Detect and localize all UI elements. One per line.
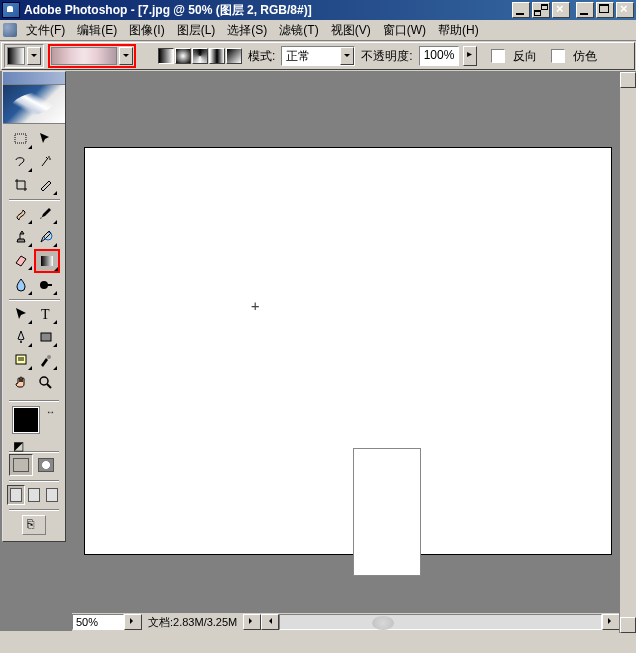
standard-mode-button[interactable]: [9, 454, 33, 476]
svg-point-5: [20, 341, 22, 343]
svg-rect-1: [41, 256, 53, 266]
menu-image[interactable]: 图像(I): [123, 20, 170, 41]
app-window-controls: [574, 2, 634, 18]
document-window-controls: [510, 2, 570, 18]
quickmask-mode-button[interactable]: [34, 454, 58, 476]
menu-window[interactable]: 窗口(W): [377, 20, 432, 41]
menu-edit[interactable]: 编辑(E): [71, 20, 123, 41]
swap-colors-icon[interactable]: ↔: [46, 407, 55, 417]
doc-info-menu-button[interactable]: [243, 614, 261, 630]
workspace: T ↔ ◩: [0, 71, 636, 631]
tool-preset-icon[interactable]: [7, 47, 25, 65]
scroll-left-button[interactable]: [261, 614, 279, 630]
toolbox-titlebar[interactable]: [3, 72, 65, 85]
tool-preset-dropdown[interactable]: [27, 47, 41, 65]
doc-close-button[interactable]: [552, 2, 570, 18]
blur-tool[interactable]: [9, 274, 33, 296]
jump-to-imageready-button[interactable]: [22, 515, 46, 535]
toolbox-logo: [3, 85, 65, 124]
doc-info-label: 文档:2.83M/3.25M: [142, 615, 243, 630]
fullscreen-menu-button[interactable]: [25, 485, 43, 505]
doc-minimize-button[interactable]: [512, 2, 530, 18]
title-bar: Adobe Photoshop - [7.jpg @ 50% (图层 2, RG…: [0, 0, 636, 20]
opacity-label: 不透明度:: [361, 48, 412, 65]
blend-mode-combo[interactable]: 正常: [281, 46, 355, 66]
blend-mode-value: 正常: [282, 48, 340, 65]
magic-wand-tool[interactable]: [34, 151, 58, 173]
dither-checkbox[interactable]: [551, 49, 565, 63]
marquee-tool[interactable]: [9, 128, 33, 150]
edit-mode-group: [3, 452, 65, 478]
standard-screen-button[interactable]: [7, 485, 25, 505]
toolbox: T ↔ ◩: [2, 71, 66, 542]
window-title: Adobe Photoshop - [7.jpg @ 50% (图层 2, RG…: [24, 2, 312, 19]
reflected-gradient-button[interactable]: [209, 48, 225, 64]
clone-stamp-tool[interactable]: [9, 226, 33, 248]
scroll-right-button[interactable]: [602, 614, 620, 630]
svg-point-11: [40, 377, 48, 385]
canvas[interactable]: +: [84, 147, 612, 555]
menu-help[interactable]: 帮助(H): [432, 20, 485, 41]
dodge-tool[interactable]: [34, 274, 58, 296]
eyedropper-tool[interactable]: [34, 349, 58, 371]
path-selection-tool[interactable]: [9, 303, 33, 325]
fullscreen-button[interactable]: [43, 485, 61, 505]
slice-tool[interactable]: [34, 174, 58, 196]
app-scroll-up[interactable]: [620, 72, 636, 88]
shape-tool[interactable]: [34, 326, 58, 348]
doc-restore-button[interactable]: [532, 2, 550, 18]
angle-gradient-button[interactable]: [192, 48, 208, 64]
history-brush-tool[interactable]: [34, 226, 58, 248]
opacity-slider-button[interactable]: [463, 46, 477, 66]
foreground-color[interactable]: [13, 407, 39, 433]
gradient-dropdown[interactable]: [119, 47, 133, 65]
gradient-preview[interactable]: [51, 47, 117, 65]
horizontal-scrollbar[interactable]: [279, 614, 602, 630]
photoshop-icon: [3, 23, 17, 37]
cursor-crosshair: +: [251, 298, 259, 314]
zoom-tool[interactable]: [34, 372, 58, 394]
linear-gradient-button[interactable]: [158, 48, 174, 64]
zoom-level-input[interactable]: 50%: [72, 614, 124, 630]
gradient-tool[interactable]: [34, 249, 60, 273]
blend-mode-dropdown-icon: [340, 47, 354, 65]
hand-tool[interactable]: [9, 372, 33, 394]
screen-mode-group: [3, 483, 65, 507]
notes-tool[interactable]: [9, 349, 33, 371]
app-vertical-scrollbar[interactable]: [619, 72, 636, 633]
menu-select[interactable]: 选择(S): [221, 20, 273, 41]
menu-filter[interactable]: 滤镜(T): [273, 20, 324, 41]
pen-tool[interactable]: [9, 326, 33, 348]
lasso-tool[interactable]: [9, 151, 33, 173]
default-colors-icon[interactable]: ◩: [13, 439, 23, 449]
tool-preset-group: [4, 44, 44, 68]
options-bar: 模式: 正常 不透明度: 100% 反向 仿色: [1, 42, 635, 70]
app-maximize-button[interactable]: [596, 2, 614, 18]
healing-brush-tool[interactable]: [9, 203, 33, 225]
eraser-tool[interactable]: [9, 249, 33, 271]
svg-rect-0: [15, 134, 26, 143]
selection-rectangle[interactable]: [353, 448, 421, 576]
app-scroll-down[interactable]: [620, 617, 636, 633]
zoom-menu-button[interactable]: [124, 614, 142, 630]
reverse-checkbox[interactable]: [491, 49, 505, 63]
crop-tool[interactable]: [9, 174, 33, 196]
photoshop-badge-icon: [372, 616, 394, 630]
move-tool[interactable]: [34, 128, 58, 150]
brush-tool[interactable]: [34, 203, 58, 225]
svg-rect-3: [47, 284, 52, 286]
svg-text:T: T: [41, 307, 50, 322]
menu-view[interactable]: 视图(V): [325, 20, 377, 41]
color-swatches: ↔ ◩: [3, 403, 65, 451]
mode-label: 模式:: [248, 48, 275, 65]
diamond-gradient-button[interactable]: [226, 48, 242, 64]
type-tool[interactable]: T: [34, 303, 58, 325]
menu-file[interactable]: 文件(F): [20, 20, 71, 41]
svg-line-12: [47, 384, 51, 388]
app-minimize-button[interactable]: [576, 2, 594, 18]
radial-gradient-button[interactable]: [175, 48, 191, 64]
menu-layer[interactable]: 图层(L): [171, 20, 222, 41]
opacity-value[interactable]: 100%: [419, 46, 460, 66]
dither-label: 仿色: [573, 48, 597, 65]
app-close-button[interactable]: [616, 2, 634, 18]
